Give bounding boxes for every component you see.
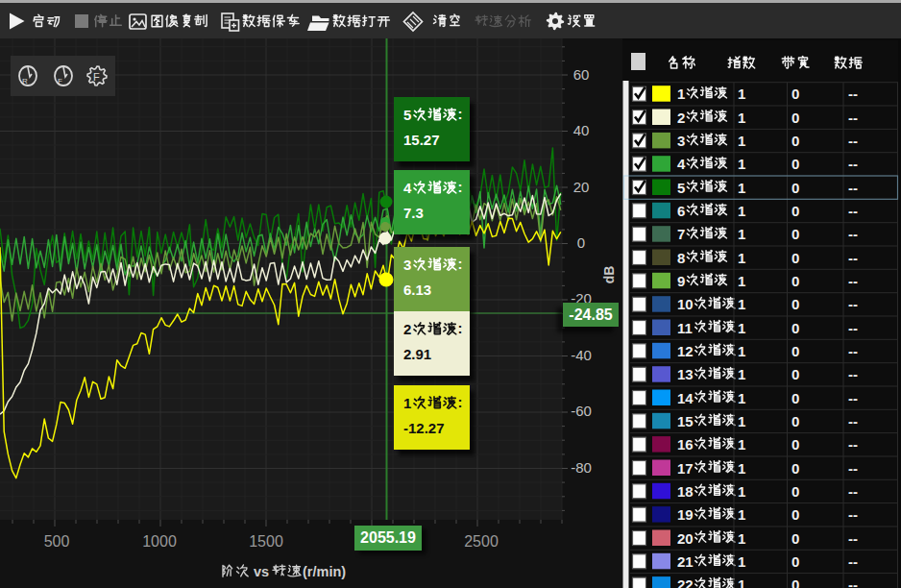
svg-text:1: 1 — [738, 483, 745, 500]
svg-text:5: 5 — [403, 107, 411, 123]
svg-text:F: F — [58, 77, 62, 86]
svg-text:9: 9 — [677, 273, 685, 289]
svg-text:-80: -80 — [571, 459, 592, 476]
svg-text:0: 0 — [791, 156, 799, 172]
svg-text:--: -- — [848, 156, 858, 172]
svg-text:1500: 1500 — [249, 533, 283, 550]
svg-text:1: 1 — [738, 436, 745, 453]
svg-text:R: R — [22, 77, 28, 86]
svg-text:--: -- — [848, 203, 858, 219]
svg-text:--: -- — [848, 530, 858, 547]
svg-text:0: 0 — [791, 390, 799, 406]
svg-text:(r/min): (r/min) — [303, 564, 346, 579]
svg-text:4: 4 — [403, 180, 412, 196]
svg-text:3: 3 — [403, 257, 411, 273]
svg-text:-24.85: -24.85 — [569, 306, 612, 323]
svg-text:0: 0 — [791, 110, 799, 126]
svg-text:0: 0 — [791, 203, 799, 219]
svg-text:1: 1 — [738, 390, 745, 406]
svg-text:0: 0 — [791, 133, 799, 149]
svg-text:1: 1 — [738, 86, 745, 102]
svg-text:-40: -40 — [571, 347, 592, 363]
svg-text:60: 60 — [573, 66, 590, 83]
svg-text:--: -- — [848, 460, 858, 477]
svg-text:0: 0 — [791, 576, 799, 588]
svg-text:0: 0 — [791, 226, 799, 242]
svg-text:F: F — [93, 71, 100, 83]
svg-text:22: 22 — [677, 576, 694, 588]
svg-text::: : — [458, 106, 463, 122]
svg-text:2: 2 — [403, 321, 411, 337]
svg-text:12: 12 — [677, 343, 694, 359]
svg-text:0: 0 — [577, 234, 585, 251]
svg-text:1: 1 — [738, 343, 745, 359]
svg-text:7.3: 7.3 — [403, 205, 424, 221]
svg-text:0: 0 — [791, 343, 799, 359]
svg-text:1: 1 — [738, 320, 745, 336]
svg-text:13: 13 — [677, 366, 694, 382]
svg-text:1: 1 — [738, 530, 745, 547]
svg-text:--: -- — [848, 553, 858, 570]
svg-text:1: 1 — [738, 203, 745, 219]
svg-text:1: 1 — [738, 273, 745, 289]
svg-text:1: 1 — [677, 86, 685, 102]
svg-text:5: 5 — [677, 180, 685, 196]
svg-text:8: 8 — [677, 250, 685, 266]
svg-text:1: 1 — [738, 413, 745, 429]
svg-text:--: -- — [848, 110, 858, 126]
svg-text:0: 0 — [791, 86, 799, 102]
svg-text:0: 0 — [791, 250, 799, 266]
svg-text:500: 500 — [44, 533, 70, 550]
svg-text:1: 1 — [403, 395, 411, 411]
svg-text:--: -- — [848, 250, 858, 266]
svg-text:--: -- — [848, 576, 858, 588]
svg-text:dB: dB — [601, 266, 617, 284]
svg-text:6.13: 6.13 — [403, 282, 431, 298]
svg-text::: : — [458, 256, 463, 272]
svg-text:1: 1 — [738, 156, 745, 172]
svg-text:--: -- — [848, 483, 858, 500]
svg-text:17: 17 — [677, 460, 694, 477]
svg-text:2055.19: 2055.19 — [360, 529, 416, 546]
svg-text:40: 40 — [573, 122, 590, 138]
svg-text:4: 4 — [677, 156, 686, 172]
svg-text:2.91: 2.91 — [403, 346, 431, 362]
svg-text:1: 1 — [738, 226, 745, 242]
svg-text:6: 6 — [677, 203, 685, 219]
svg-text:0: 0 — [791, 436, 799, 453]
svg-text:1: 1 — [738, 366, 745, 382]
svg-text:0: 0 — [791, 296, 799, 312]
svg-text:21: 21 — [677, 553, 694, 570]
svg-text:--: -- — [848, 390, 858, 406]
svg-text:-60: -60 — [571, 403, 592, 419]
svg-text:--: -- — [848, 273, 858, 289]
svg-text:1: 1 — [738, 296, 745, 312]
svg-text:10: 10 — [677, 296, 694, 312]
svg-text:--: -- — [848, 320, 858, 336]
svg-text:1: 1 — [738, 250, 745, 266]
svg-text:3: 3 — [677, 133, 685, 149]
svg-text::: : — [458, 394, 463, 410]
svg-text:0: 0 — [791, 506, 799, 523]
svg-text:1: 1 — [738, 576, 745, 588]
svg-text:1: 1 — [738, 553, 745, 570]
svg-text::: : — [458, 179, 463, 195]
svg-text:2500: 2500 — [464, 533, 499, 550]
svg-text:15.27: 15.27 — [403, 132, 440, 148]
svg-text:1: 1 — [738, 460, 745, 477]
svg-text:--: -- — [848, 343, 858, 359]
svg-text::: : — [458, 320, 463, 336]
svg-text:14: 14 — [677, 390, 694, 406]
svg-text:--: -- — [848, 506, 858, 523]
svg-text:1: 1 — [738, 133, 745, 149]
svg-text:--: -- — [848, 180, 858, 196]
svg-text:0: 0 — [791, 366, 799, 382]
svg-text:0: 0 — [791, 320, 799, 336]
svg-text:0: 0 — [791, 180, 799, 196]
svg-text:1: 1 — [738, 180, 745, 196]
svg-text:16: 16 — [677, 436, 694, 453]
svg-text:2: 2 — [677, 110, 685, 126]
svg-text:--: -- — [848, 296, 858, 312]
svg-text:15: 15 — [677, 413, 694, 429]
svg-text:-12.27: -12.27 — [403, 420, 445, 436]
